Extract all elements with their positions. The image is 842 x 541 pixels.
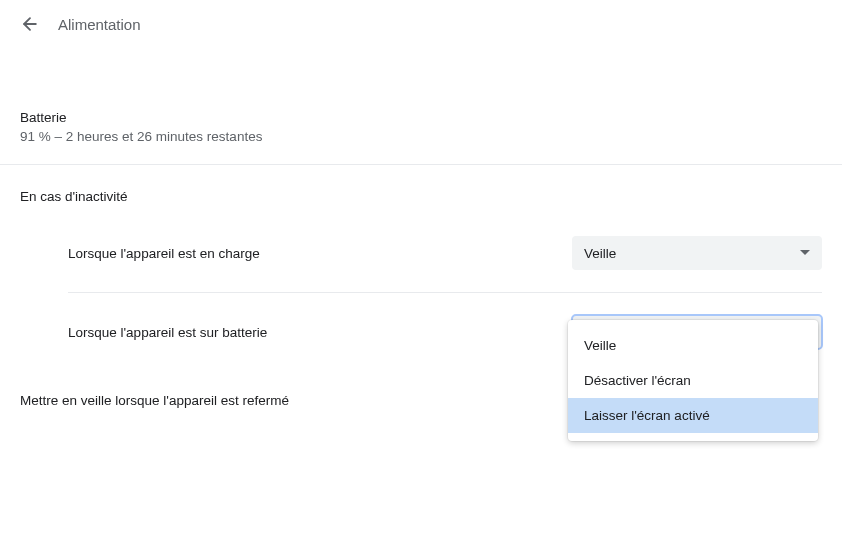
dropdown-item-sleep[interactable]: Veille [568, 328, 818, 363]
charging-label: Lorsque l'appareil est en charge [68, 246, 260, 261]
battery-title: Batterie [20, 110, 822, 125]
battery-select-dropdown: Veille Désactiver l'écran Laisser l'écra… [568, 320, 818, 441]
dropdown-item-disable-screen[interactable]: Désactiver l'écran [568, 363, 818, 398]
section-divider [0, 164, 842, 165]
lid-close-label: Mettre en veille lorsque l'appareil est … [20, 393, 289, 408]
battery-mode-label: Lorsque l'appareil est sur batterie [68, 325, 267, 340]
page-title: Alimentation [58, 16, 141, 33]
arrow-left-icon [20, 14, 40, 34]
charging-select[interactable]: Veille [572, 236, 822, 270]
charging-row: Lorsque l'appareil est en charge Veille [68, 214, 822, 292]
inactivity-section-title: En cas d'inactivité [20, 189, 822, 204]
caret-down-icon [800, 250, 810, 256]
dropdown-item-keep-screen-on[interactable]: Laisser l'écran activé [568, 398, 818, 433]
charging-select-value: Veille [584, 246, 616, 261]
battery-status: 91 % – 2 heures et 26 minutes restantes [20, 129, 822, 144]
battery-section: Batterie 91 % – 2 heures et 26 minutes r… [20, 110, 822, 164]
settings-header: Alimentation [0, 0, 842, 48]
back-button[interactable] [20, 14, 40, 34]
